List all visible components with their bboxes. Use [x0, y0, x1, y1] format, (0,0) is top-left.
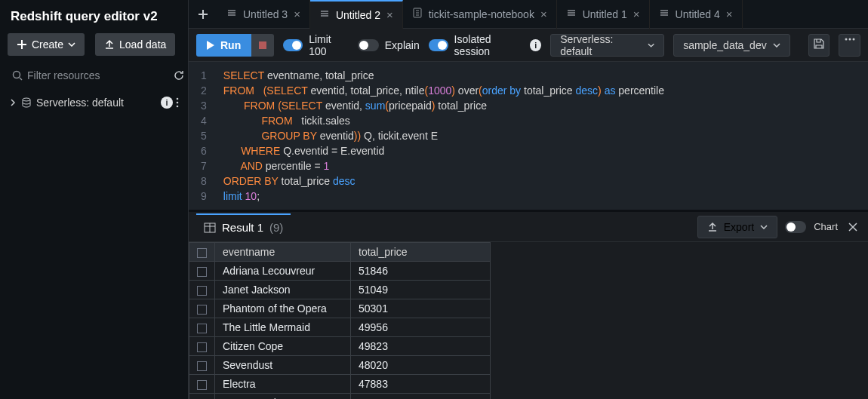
code-area[interactable]: SELECT eventname, total_price FROM (SELE… [214, 62, 868, 210]
close-icon[interactable]: × [726, 8, 733, 20]
new-tab-button[interactable] [189, 0, 217, 29]
caret-down-icon [68, 42, 75, 47]
plus-icon [198, 9, 208, 20]
table-icon [204, 223, 216, 233]
table-row[interactable]: Adriana Lecouvreur51846 [189, 262, 491, 281]
cell-total-price: 50301 [351, 299, 491, 318]
cell-eventname: Electra [215, 375, 351, 394]
chart-toggle[interactable] [785, 221, 806, 233]
svg-point-0 [14, 72, 20, 78]
line-gutter: 123456789 [189, 62, 214, 210]
close-icon[interactable]: × [386, 8, 393, 21]
export-button[interactable]: Export [697, 216, 777, 238]
limit-label: Limit 100 [309, 33, 349, 57]
app-title: Redshift query editor v2 [0, 0, 188, 33]
chart-label: Chart [814, 221, 838, 232]
filter-input-wrap[interactable] [8, 66, 164, 84]
row-checkbox[interactable] [189, 262, 215, 281]
table-row[interactable]: Mary Poppins46780 [189, 394, 491, 400]
chevron-right-icon [9, 99, 17, 106]
column-header[interactable]: total_price [351, 243, 491, 262]
create-label: Create [32, 38, 63, 51]
document-icon [566, 8, 577, 20]
tab-untitled-4[interactable]: Untitled 4× [650, 0, 743, 29]
table-row[interactable]: Citizen Cope49823 [189, 337, 491, 356]
more-button[interactable] [839, 34, 860, 57]
svg-point-7 [848, 38, 851, 40]
main: Untitled 3×Untitled 2×tickit-sample-note… [189, 0, 868, 399]
database-dropdown[interactable]: sample_data_dev [673, 34, 790, 57]
tree-item-label: Serverless: default [36, 97, 124, 109]
export-icon [707, 222, 718, 232]
close-icon[interactable]: × [633, 8, 640, 20]
row-checkbox[interactable] [189, 281, 215, 299]
tab-label: Untitled 1 [583, 8, 627, 20]
save-button[interactable] [808, 34, 830, 57]
table-row[interactable]: Janet Jackson51049 [189, 281, 491, 299]
document-icon [319, 8, 330, 21]
cell-total-price: 49823 [351, 337, 491, 356]
cell-eventname: Phantom of the Opera [215, 299, 351, 318]
cell-total-price: 49956 [351, 318, 491, 337]
row-checkbox[interactable] [189, 299, 215, 318]
svg-point-4 [177, 106, 179, 108]
create-button[interactable]: Create [8, 33, 85, 56]
kebab-icon[interactable] [176, 97, 179, 108]
database-label: sample_data_dev [683, 39, 767, 51]
tabbar: Untitled 3×Untitled 2×tickit-sample-note… [189, 0, 868, 29]
caret-down-icon [773, 43, 780, 48]
tab-label: Untitled 2 [336, 9, 380, 21]
table-row[interactable]: Electra47883 [189, 375, 491, 394]
table-row[interactable]: The Little Mermaid49956 [189, 318, 491, 337]
info-icon[interactable]: i [530, 39, 541, 51]
row-checkbox[interactable] [189, 356, 215, 375]
isolated-toggle[interactable] [429, 39, 448, 51]
close-icon[interactable]: × [540, 8, 547, 20]
export-label: Export [724, 221, 754, 233]
svg-point-8 [852, 38, 854, 40]
column-header[interactable]: eventname [215, 243, 351, 262]
cell-eventname: Adriana Lecouvreur [215, 262, 351, 281]
row-checkbox[interactable] [189, 318, 215, 337]
info-icon[interactable]: i [161, 97, 173, 109]
load-data-button[interactable]: Load data [95, 33, 175, 56]
document-icon [659, 8, 669, 20]
tab-tickit-sample-notebook[interactable]: tickit-sample-notebook× [403, 0, 557, 29]
save-icon [813, 38, 825, 50]
tab-untitled-1[interactable]: Untitled 1× [557, 0, 650, 29]
refresh-button[interactable] [170, 66, 188, 84]
cell-total-price: 51049 [351, 281, 491, 299]
explain-toggle[interactable] [358, 39, 379, 51]
connection-label: Serverless: default [560, 33, 642, 57]
notebook-icon [412, 8, 423, 20]
plus-icon [17, 39, 27, 50]
run-button[interactable]: Run [196, 34, 251, 57]
tab-untitled-3[interactable]: Untitled 3× [217, 0, 310, 29]
row-checkbox[interactable] [189, 337, 215, 356]
select-all-header[interactable] [189, 243, 215, 262]
tab-untitled-2[interactable]: Untitled 2× [310, 0, 403, 29]
row-checkbox[interactable] [189, 394, 215, 400]
table-row[interactable]: Sevendust48020 [189, 356, 491, 375]
run-label: Run [220, 39, 241, 51]
row-checkbox[interactable] [189, 375, 215, 394]
sidebar: Redshift query editor v2 Create Load dat… [0, 0, 189, 399]
svg-point-2 [177, 98, 179, 100]
search-icon [12, 70, 23, 81]
svg-point-6 [845, 38, 847, 40]
limit-toggle[interactable] [283, 39, 303, 51]
table-row[interactable]: Phantom of the Opera50301 [189, 299, 491, 318]
cell-eventname: The Little Mermaid [215, 318, 351, 337]
cell-total-price: 46780 [351, 394, 491, 400]
tree-item-serverless[interactable]: Serverless: default i [5, 94, 183, 112]
result-tab[interactable]: Result 1 (9) [196, 213, 291, 240]
filter-input[interactable] [27, 69, 159, 81]
explain-label: Explain [385, 39, 420, 51]
close-results-button[interactable] [845, 219, 860, 235]
tab-label: tickit-sample-notebook [429, 8, 534, 20]
stop-button[interactable] [251, 34, 274, 57]
sql-editor[interactable]: 123456789 SELECT eventname, total_price … [189, 62, 868, 210]
stop-icon [259, 41, 266, 49]
close-icon[interactable]: × [294, 8, 300, 20]
connection-dropdown[interactable]: Serverless: default [550, 34, 664, 57]
